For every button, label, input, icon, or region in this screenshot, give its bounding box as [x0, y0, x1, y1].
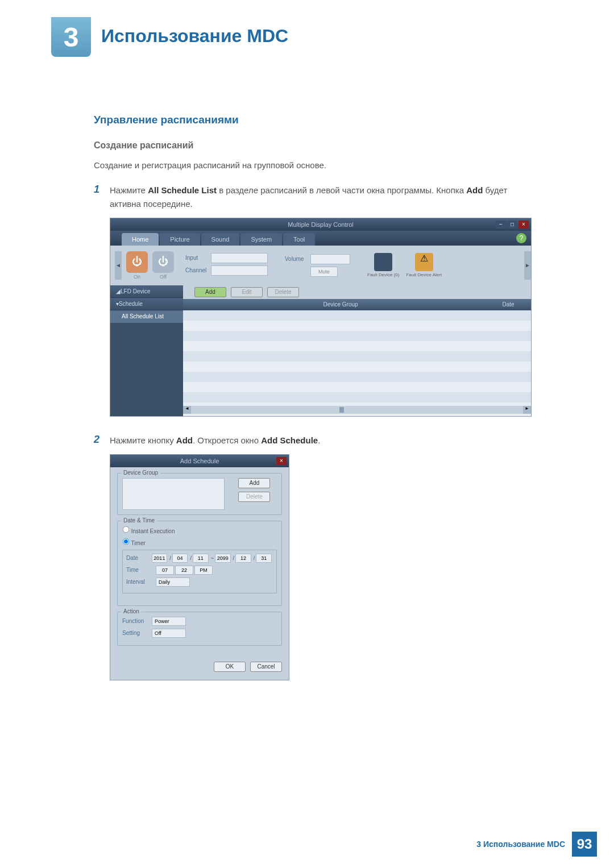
function-label: Function	[122, 618, 152, 624]
close-button[interactable]: ×	[518, 221, 529, 229]
action-label: Action	[121, 608, 142, 614]
dialog-title: Add Schedule	[180, 458, 219, 464]
time-hour[interactable]: 07	[156, 566, 174, 575]
horizontal-scrollbar[interactable]: ◄ ►	[183, 406, 531, 414]
schedule-table-body	[183, 310, 531, 406]
instant-execution-radio[interactable]	[123, 526, 130, 533]
nav-right-arrow[interactable]: ►	[524, 251, 531, 280]
step-number-1: 1	[94, 184, 110, 211]
table-row[interactable]	[183, 310, 531, 321]
chapter-number-badge: 3	[51, 17, 91, 57]
instant-execution-label: Instant Execution	[131, 528, 175, 534]
step-1-text: Нажмите All Schedule List в разделе расп…	[110, 184, 540, 211]
section-heading: Управление расписаниями	[94, 114, 540, 126]
step-number-2: 2	[94, 434, 110, 447]
device-group-add-button[interactable]: Add	[238, 478, 270, 488]
fault-device-icon[interactable]	[374, 253, 392, 271]
intro-text: Создание и регистрация расписаний на гру…	[94, 159, 540, 172]
tab-picture[interactable]: Picture	[160, 233, 200, 246]
tab-system[interactable]: System	[240, 233, 282, 246]
power-off-button[interactable]: ⏻	[152, 251, 174, 273]
table-col-select	[183, 299, 196, 310]
maximize-button[interactable]: □	[507, 221, 517, 229]
volume-slider[interactable]	[310, 254, 350, 264]
table-row[interactable]	[183, 392, 531, 402]
help-icon[interactable]: ?	[516, 233, 526, 243]
function-select[interactable]: Power	[152, 617, 186, 626]
fault-alert-icon[interactable]: ⚠	[415, 253, 433, 271]
table-row[interactable]	[183, 372, 531, 382]
tab-sound[interactable]: Sound	[201, 233, 240, 246]
date-year-from[interactable]: 2011	[152, 554, 168, 563]
date-year-to[interactable]: 2099	[215, 554, 231, 563]
interval-select[interactable]: Daily	[156, 578, 190, 587]
date-label: Date	[126, 555, 152, 561]
add-button[interactable]: Add	[194, 287, 226, 297]
device-group-label: Device Group	[121, 470, 160, 476]
timer-radio[interactable]	[123, 538, 130, 545]
delete-button[interactable]: Delete	[267, 287, 299, 297]
device-group-delete-button[interactable]: Delete	[238, 492, 270, 502]
setting-label: Setting	[122, 630, 152, 636]
volume-label: Volume	[285, 256, 310, 262]
screenshot-mdc-main: Multiple Display Control − □ × Home Pict…	[110, 218, 532, 417]
tab-tool[interactable]: Tool	[283, 233, 315, 246]
page-number: 93	[572, 832, 597, 857]
step-2-text: Нажмите кнопку Add. Откроется окно Add S…	[110, 434, 320, 447]
table-row[interactable]	[183, 382, 531, 392]
table-row[interactable]	[183, 331, 531, 341]
window-title: Multiple Display Control	[288, 221, 354, 228]
table-row[interactable]	[183, 341, 531, 351]
setting-select[interactable]: Off	[152, 629, 186, 638]
fault-device-label: Fault Device (0)	[367, 272, 399, 277]
footer-text: 3 Использование MDC	[476, 840, 565, 849]
time-minute[interactable]: 22	[175, 566, 193, 575]
mute-button[interactable]: Mute	[310, 267, 338, 277]
scroll-right-arrow[interactable]: ►	[523, 406, 531, 414]
scroll-left-arrow[interactable]: ◄	[183, 406, 191, 414]
channel-label: Channel	[185, 267, 211, 273]
device-group-list[interactable]	[122, 478, 225, 510]
interval-label: Interval	[126, 579, 156, 585]
sidebar-lfd-device[interactable]: ◢ LFD Device	[110, 285, 183, 298]
power-off-label: Off	[152, 274, 174, 280]
date-time-label: Date & Time	[121, 517, 157, 524]
scroll-thumb[interactable]	[339, 407, 344, 413]
table-col-date: Date	[486, 299, 531, 310]
timer-label: Timer	[131, 540, 146, 546]
chapter-title: Использование MDC	[101, 26, 288, 47]
table-row[interactable]	[183, 321, 531, 331]
date-month-to[interactable]: 12	[235, 554, 251, 563]
sidebar-all-schedule-list[interactable]: All Schedule List	[110, 310, 183, 323]
time-ampm[interactable]: PM	[194, 566, 213, 575]
input-dropdown[interactable]	[211, 253, 268, 263]
fault-alert-label: Fault Device Alert	[406, 272, 442, 277]
nav-left-arrow[interactable]: ◄	[115, 251, 122, 280]
screenshot-add-schedule: Add Schedule × Device Group Add Delete D…	[110, 454, 289, 680]
power-on-label: On	[126, 274, 148, 280]
table-row[interactable]	[183, 362, 531, 372]
tab-home[interactable]: Home	[122, 233, 159, 246]
time-label: Time	[126, 567, 156, 573]
channel-spinner[interactable]	[211, 265, 268, 276]
power-on-button[interactable]: ⏻	[126, 251, 148, 273]
subsection-heading: Создание расписаний	[94, 140, 540, 151]
minimize-button[interactable]: −	[496, 221, 506, 229]
cancel-button[interactable]: Cancel	[250, 662, 282, 672]
table-row[interactable]	[183, 351, 531, 362]
ok-button[interactable]: OK	[214, 662, 246, 672]
date-day-to[interactable]: 31	[256, 554, 272, 563]
dialog-close-button[interactable]: ×	[276, 457, 287, 465]
table-col-device-group: Device Group	[196, 299, 486, 310]
edit-button[interactable]: Edit	[231, 287, 263, 297]
input-label: Input	[185, 255, 211, 261]
date-day-from[interactable]: 11	[193, 554, 209, 563]
date-month-from[interactable]: 04	[172, 554, 188, 563]
sidebar-schedule[interactable]: ▾ Schedule	[110, 298, 183, 310]
